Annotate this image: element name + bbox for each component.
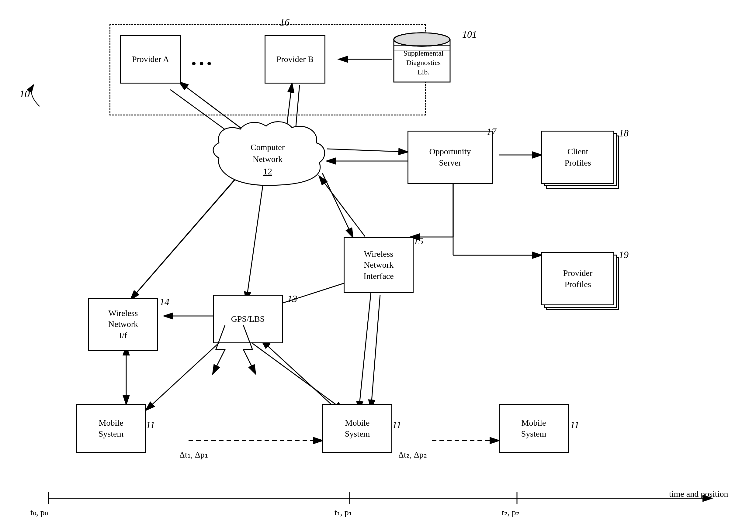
delta-t1-label: Δt₁, Δp₁: [179, 450, 208, 460]
delta-t2-label: Δt₂, Δp₂: [398, 450, 427, 460]
ellipsis: • • •: [192, 56, 211, 71]
opp-num: 17: [487, 126, 496, 137]
wireless-network-interface-label: WirelessNetworkInterface: [364, 248, 393, 282]
mobile-system-1-box: MobileSystem: [76, 404, 146, 453]
mobile-system-2-box: MobileSystem: [322, 404, 392, 453]
svg-line-25: [359, 292, 371, 410]
provider-profiles-group: ProviderProfiles: [541, 252, 614, 305]
providers-group-num: 16: [280, 17, 289, 28]
timeline-label: time and position: [669, 489, 728, 499]
wni-num: 15: [414, 236, 423, 247]
wireless-network-if-label: WirelessNetworkI/f: [108, 308, 138, 341]
computer-network-cloud: ComputerNetwork 12: [207, 118, 328, 194]
client-profiles-group: ClientProfiles: [541, 131, 614, 184]
provider-b-box: Provider B: [265, 35, 325, 84]
mobile-system-2-label: MobileSystem: [345, 418, 370, 440]
opportunity-server-box: OpportunityServer: [408, 131, 493, 184]
client-num: 18: [619, 128, 629, 139]
supp-diag-lib: SupplementalDiagnosticsLib.: [392, 30, 453, 89]
supp-diag-text: SupplementalDiagnosticsLib.: [395, 49, 452, 77]
provider-a-box: Provider A: [120, 35, 181, 84]
supp-num: 101: [462, 29, 477, 40]
provider-profiles-label: ProviderProfiles: [563, 268, 592, 290]
cloud-label: ComputerNetwork: [251, 142, 284, 164]
t2-p2: t₂, p₂: [502, 507, 519, 518]
svg-point-38: [394, 33, 450, 46]
svg-line-9: [327, 149, 408, 152]
provider-profiles-front: ProviderProfiles: [541, 252, 614, 305]
mob-num3: 11: [570, 419, 579, 431]
gps-lbs-label: GPS/LBS: [231, 314, 265, 324]
mob-num2: 11: [392, 419, 401, 431]
wireless-network-interface-box: WirelessNetworkInterface: [344, 237, 414, 293]
opportunity-server-label: OpportunityServer: [429, 146, 471, 168]
gps-num: 13: [287, 293, 297, 304]
mobile-system-3-box: MobileSystem: [499, 404, 569, 453]
t1-p1: t₁, p₁: [335, 507, 352, 518]
t0-p0: t₀, p₀: [30, 507, 48, 518]
mobile-system-1-label: MobileSystem: [98, 418, 123, 440]
client-profiles-label: ClientProfiles: [564, 146, 591, 168]
mobile-system-3-label: MobileSystem: [521, 418, 546, 440]
svg-line-26: [371, 295, 380, 409]
cloud-num: 12: [263, 166, 272, 176]
wnif-num: 14: [160, 296, 169, 308]
client-profiles-front: ClientProfiles: [541, 131, 614, 184]
mob-num1: 11: [146, 419, 155, 431]
prov-num: 19: [619, 249, 629, 260]
wireless-network-if-box: WirelessNetworkI/f: [88, 298, 158, 351]
